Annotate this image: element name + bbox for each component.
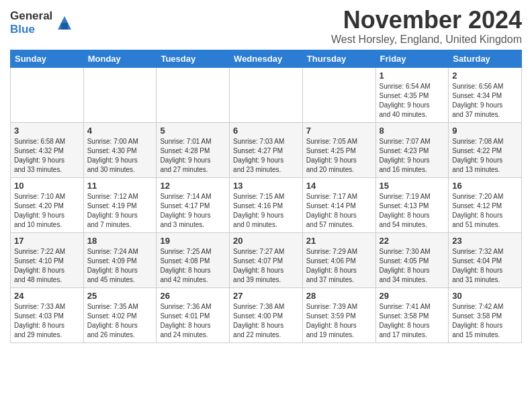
day-cell: 9Sunrise: 7:08 AM Sunset: 4:22 PM Daylig… bbox=[449, 122, 522, 177]
calendar-table: SundayMondayTuesdayWednesdayThursdayFrid… bbox=[10, 50, 522, 343]
day-info: Sunrise: 7:19 AM Sunset: 4:13 PM Dayligh… bbox=[380, 192, 445, 230]
day-cell: 19Sunrise: 7:25 AM Sunset: 4:08 PM Dayli… bbox=[157, 232, 230, 287]
day-cell: 11Sunrise: 7:12 AM Sunset: 4:19 PM Dayli… bbox=[83, 177, 157, 232]
day-number: 2 bbox=[452, 71, 518, 81]
day-cell: 18Sunrise: 7:24 AM Sunset: 4:09 PM Dayli… bbox=[83, 232, 157, 287]
logo-icon bbox=[54, 13, 75, 33]
day-cell bbox=[230, 67, 303, 122]
day-number: 10 bbox=[14, 181, 80, 191]
day-info: Sunrise: 7:25 AM Sunset: 4:08 PM Dayligh… bbox=[160, 247, 226, 285]
day-number: 8 bbox=[380, 126, 445, 136]
day-number: 16 bbox=[452, 181, 518, 191]
day-cell bbox=[83, 67, 157, 122]
day-cell: 23Sunrise: 7:32 AM Sunset: 4:04 PM Dayli… bbox=[449, 232, 522, 287]
day-number: 29 bbox=[380, 291, 445, 301]
col-header-tuesday: Tuesday bbox=[157, 50, 230, 67]
day-number: 18 bbox=[87, 236, 153, 246]
day-number: 1 bbox=[380, 71, 445, 81]
day-number: 5 bbox=[160, 126, 226, 136]
day-info: Sunrise: 7:27 AM Sunset: 4:07 PM Dayligh… bbox=[233, 247, 299, 285]
day-cell bbox=[302, 67, 375, 122]
day-cell: 14Sunrise: 7:17 AM Sunset: 4:14 PM Dayli… bbox=[302, 177, 375, 232]
day-info: Sunrise: 7:00 AM Sunset: 4:30 PM Dayligh… bbox=[87, 137, 153, 175]
day-cell: 13Sunrise: 7:15 AM Sunset: 4:16 PM Dayli… bbox=[230, 177, 303, 232]
day-cell bbox=[157, 67, 230, 122]
day-cell: 24Sunrise: 7:33 AM Sunset: 4:03 PM Dayli… bbox=[11, 287, 84, 342]
col-header-sunday: Sunday bbox=[11, 50, 84, 67]
day-number: 15 bbox=[380, 181, 445, 191]
day-cell: 22Sunrise: 7:30 AM Sunset: 4:05 PM Dayli… bbox=[375, 232, 449, 287]
day-number: 4 bbox=[87, 126, 153, 136]
day-number: 20 bbox=[233, 236, 299, 246]
day-info: Sunrise: 7:10 AM Sunset: 4:20 PM Dayligh… bbox=[14, 192, 80, 230]
day-number: 11 bbox=[87, 181, 153, 191]
day-number: 14 bbox=[306, 181, 372, 191]
day-info: Sunrise: 7:20 AM Sunset: 4:12 PM Dayligh… bbox=[452, 192, 518, 230]
col-header-saturday: Saturday bbox=[449, 50, 522, 67]
day-info: Sunrise: 7:32 AM Sunset: 4:04 PM Dayligh… bbox=[452, 247, 518, 285]
col-header-monday: Monday bbox=[83, 50, 157, 67]
day-info: Sunrise: 7:05 AM Sunset: 4:25 PM Dayligh… bbox=[306, 137, 372, 175]
day-info: Sunrise: 7:14 AM Sunset: 4:17 PM Dayligh… bbox=[160, 192, 226, 230]
day-info: Sunrise: 7:01 AM Sunset: 4:28 PM Dayligh… bbox=[160, 137, 226, 175]
logo-general: General bbox=[10, 9, 52, 23]
day-info: Sunrise: 6:56 AM Sunset: 4:34 PM Dayligh… bbox=[452, 82, 518, 120]
day-number: 7 bbox=[306, 126, 372, 136]
day-cell: 2Sunrise: 6:56 AM Sunset: 4:34 PM Daylig… bbox=[449, 67, 522, 122]
day-cell: 27Sunrise: 7:38 AM Sunset: 4:00 PM Dayli… bbox=[230, 287, 303, 342]
day-number: 22 bbox=[380, 236, 445, 246]
day-number: 28 bbox=[306, 291, 372, 301]
svg-marker-1 bbox=[61, 23, 68, 30]
day-info: Sunrise: 7:03 AM Sunset: 4:27 PM Dayligh… bbox=[233, 137, 299, 175]
day-number: 24 bbox=[14, 291, 80, 301]
week-row-3: 17Sunrise: 7:22 AM Sunset: 4:10 PM Dayli… bbox=[11, 232, 522, 287]
day-cell: 30Sunrise: 7:42 AM Sunset: 3:58 PM Dayli… bbox=[449, 287, 522, 342]
day-cell: 5Sunrise: 7:01 AM Sunset: 4:28 PM Daylig… bbox=[157, 122, 230, 177]
day-number: 30 bbox=[452, 291, 518, 301]
day-cell: 15Sunrise: 7:19 AM Sunset: 4:13 PM Dayli… bbox=[375, 177, 449, 232]
day-info: Sunrise: 7:29 AM Sunset: 4:06 PM Dayligh… bbox=[306, 247, 372, 285]
col-header-friday: Friday bbox=[375, 50, 449, 67]
day-cell: 1Sunrise: 6:54 AM Sunset: 4:35 PM Daylig… bbox=[375, 67, 449, 122]
day-info: Sunrise: 7:42 AM Sunset: 3:58 PM Dayligh… bbox=[452, 302, 518, 340]
day-number: 13 bbox=[233, 181, 299, 191]
day-cell: 17Sunrise: 7:22 AM Sunset: 4:10 PM Dayli… bbox=[11, 232, 84, 287]
day-info: Sunrise: 7:36 AM Sunset: 4:01 PM Dayligh… bbox=[160, 302, 226, 340]
col-header-wednesday: Wednesday bbox=[230, 50, 303, 67]
day-info: Sunrise: 7:15 AM Sunset: 4:16 PM Dayligh… bbox=[233, 192, 299, 230]
day-number: 19 bbox=[160, 236, 226, 246]
day-cell: 21Sunrise: 7:29 AM Sunset: 4:06 PM Dayli… bbox=[302, 232, 375, 287]
day-cell: 7Sunrise: 7:05 AM Sunset: 4:25 PM Daylig… bbox=[302, 122, 375, 177]
day-number: 12 bbox=[160, 181, 226, 191]
day-cell: 3Sunrise: 6:58 AM Sunset: 4:32 PM Daylig… bbox=[11, 122, 84, 177]
logo: General Blue bbox=[10, 9, 75, 36]
day-cell: 16Sunrise: 7:20 AM Sunset: 4:12 PM Dayli… bbox=[449, 177, 522, 232]
day-info: Sunrise: 7:24 AM Sunset: 4:09 PM Dayligh… bbox=[87, 247, 153, 285]
day-info: Sunrise: 7:17 AM Sunset: 4:14 PM Dayligh… bbox=[306, 192, 372, 230]
week-row-1: 3Sunrise: 6:58 AM Sunset: 4:32 PM Daylig… bbox=[11, 122, 522, 177]
day-info: Sunrise: 7:33 AM Sunset: 4:03 PM Dayligh… bbox=[14, 302, 80, 340]
month-title: November 2024 bbox=[331, 7, 522, 34]
day-number: 21 bbox=[306, 236, 372, 246]
location: West Horsley, England, United Kingdom bbox=[331, 34, 522, 46]
day-info: Sunrise: 6:58 AM Sunset: 4:32 PM Dayligh… bbox=[14, 137, 80, 175]
day-cell: 8Sunrise: 7:07 AM Sunset: 4:23 PM Daylig… bbox=[375, 122, 449, 177]
week-row-0: 1Sunrise: 6:54 AM Sunset: 4:35 PM Daylig… bbox=[11, 67, 522, 122]
day-number: 23 bbox=[452, 236, 518, 246]
header-row: SundayMondayTuesdayWednesdayThursdayFrid… bbox=[11, 50, 522, 67]
day-info: Sunrise: 7:35 AM Sunset: 4:02 PM Dayligh… bbox=[87, 302, 153, 340]
day-info: Sunrise: 6:54 AM Sunset: 4:35 PM Dayligh… bbox=[380, 82, 445, 120]
day-number: 9 bbox=[452, 126, 518, 136]
logo-blue: Blue bbox=[10, 23, 52, 36]
day-info: Sunrise: 7:12 AM Sunset: 4:19 PM Dayligh… bbox=[87, 192, 153, 230]
header: General Blue November 2024 West Horsley,… bbox=[10, 7, 522, 46]
day-cell: 28Sunrise: 7:39 AM Sunset: 3:59 PM Dayli… bbox=[302, 287, 375, 342]
week-row-2: 10Sunrise: 7:10 AM Sunset: 4:20 PM Dayli… bbox=[11, 177, 522, 232]
day-cell: 25Sunrise: 7:35 AM Sunset: 4:02 PM Dayli… bbox=[83, 287, 157, 342]
day-info: Sunrise: 7:30 AM Sunset: 4:05 PM Dayligh… bbox=[380, 247, 445, 285]
day-cell: 20Sunrise: 7:27 AM Sunset: 4:07 PM Dayli… bbox=[230, 232, 303, 287]
week-row-4: 24Sunrise: 7:33 AM Sunset: 4:03 PM Dayli… bbox=[11, 287, 522, 342]
day-cell: 6Sunrise: 7:03 AM Sunset: 4:27 PM Daylig… bbox=[230, 122, 303, 177]
day-info: Sunrise: 7:41 AM Sunset: 3:58 PM Dayligh… bbox=[380, 302, 445, 340]
day-cell: 29Sunrise: 7:41 AM Sunset: 3:58 PM Dayli… bbox=[375, 287, 449, 342]
